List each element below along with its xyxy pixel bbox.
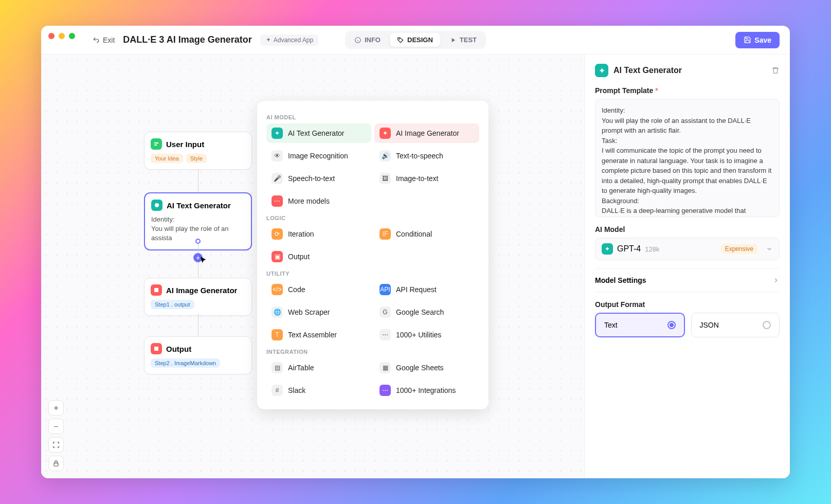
option-label: Text xyxy=(604,321,618,329)
popover-item-gsearch[interactable]: GGoogle Search xyxy=(374,302,479,322)
trash-icon xyxy=(771,66,780,75)
prompt-textarea[interactable]: Identity: You will play the role of an a… xyxy=(595,99,780,217)
edge-handle[interactable] xyxy=(195,239,201,244)
page-title: DALL·E 3 AI Image Generator xyxy=(123,34,251,45)
more-icon: ⋯ xyxy=(380,385,391,396)
popover-section-ai-model: AI MODEL xyxy=(266,114,479,120)
popover-item-more-models[interactable]: ⋯More models xyxy=(266,191,371,211)
flow-canvas[interactable]: User Input Your Idea Style AI Text Gener… xyxy=(41,55,584,478)
popover-item-iteration[interactable]: ⟳Iteration xyxy=(266,224,371,244)
cost-badge: Expensive xyxy=(721,244,757,254)
openai-icon: ✦ xyxy=(602,243,613,255)
zoom-in-button[interactable]: ＋ xyxy=(48,400,64,416)
grid-icon: ⋯ xyxy=(272,195,283,207)
output-icon xyxy=(151,343,162,354)
node-output[interactable]: Output Step2 . ImageMarkdown xyxy=(144,336,252,374)
popover-section-logic: LOGIC xyxy=(266,215,479,221)
edge xyxy=(198,314,198,336)
branch-icon: IF xyxy=(380,228,391,240)
popover-section-integration: INTEGRATION xyxy=(266,349,479,355)
output-option-text[interactable]: Text xyxy=(595,313,685,337)
save-label: Save xyxy=(754,36,771,44)
popover-item-label: Image-to-text xyxy=(396,174,438,183)
close-icon[interactable] xyxy=(48,33,55,39)
save-icon xyxy=(744,36,751,44)
popover-item-assembler[interactable]: TText Assembler xyxy=(266,325,371,345)
output-option-json[interactable]: JSON xyxy=(691,313,780,337)
popover-item-airtable[interactable]: ▤AirTable xyxy=(266,358,371,377)
airtable-icon: ▤ xyxy=(272,362,283,373)
popover-item-stt[interactable]: 🎤Speech-to-text xyxy=(266,169,371,188)
model-settings-row[interactable]: Model Settings xyxy=(595,268,780,292)
traffic-lights xyxy=(48,33,75,39)
view-tabs: INFO DESIGN TEST xyxy=(345,31,486,49)
app-window: Exit DALL·E 3 AI Image Generator Advance… xyxy=(41,26,790,478)
model-name: GPT-4 xyxy=(617,244,641,254)
option-label: JSON xyxy=(700,321,719,329)
popover-item-label: AI Text Generator xyxy=(288,129,344,137)
svg-rect-3 xyxy=(54,463,58,466)
ai-image-icon: ✦ xyxy=(380,128,391,139)
required-star: * xyxy=(655,86,658,95)
chevron-right-icon xyxy=(772,277,780,284)
eye-icon: 👁 xyxy=(272,150,283,161)
tab-info-label: INFO xyxy=(365,36,381,44)
zoom-out-button[interactable]: － xyxy=(48,419,64,434)
slack-icon: # xyxy=(272,385,283,396)
popover-item-conditional[interactable]: IFConditional xyxy=(374,224,479,244)
popover-item-tts[interactable]: 🔊Text-to-speech xyxy=(374,146,479,166)
popover-item-image-recognition[interactable]: 👁Image Recognition xyxy=(266,146,371,166)
code-icon: </> xyxy=(272,284,283,295)
save-button[interactable]: Save xyxy=(735,32,780,48)
popover-item-scraper[interactable]: 🌐Web Scraper xyxy=(266,302,371,322)
popover-item-slack[interactable]: #Slack xyxy=(266,381,371,400)
chevron-down-icon xyxy=(766,245,773,253)
fit-view-button[interactable] xyxy=(48,437,64,453)
popover-item-ai-text[interactable]: ✦AI Text Generator xyxy=(266,123,371,143)
app-body: User Input Your Idea Style AI Text Gener… xyxy=(41,55,790,478)
popover-item-integrations[interactable]: ⋯1000+ Integrations xyxy=(374,381,479,400)
ai-text-icon: ✦ xyxy=(272,128,283,139)
popover-item-label: Google Sheets xyxy=(396,364,444,372)
properties-panel: ✦ AI Text Generator Prompt Template * Id… xyxy=(584,55,790,478)
node-image-generator[interactable]: AI Image Generator Step1 . output xyxy=(144,278,252,316)
ai-image-icon xyxy=(151,284,162,296)
play-icon xyxy=(449,37,457,44)
popover-item-gsheets[interactable]: ▦Google Sheets xyxy=(374,358,479,377)
popover-item-label: Text-to-speech xyxy=(396,152,443,160)
node-title: AI Image Generator xyxy=(166,286,237,295)
popover-item-code[interactable]: </>Code xyxy=(266,280,371,299)
popover-item-api[interactable]: APIAPI Request xyxy=(374,280,479,299)
popover-item-utilities[interactable]: ⋯1000+ Utilities xyxy=(374,325,479,345)
expand-icon xyxy=(52,441,60,448)
node-user-input[interactable]: User Input Your Idea Style xyxy=(144,132,252,170)
mic-icon: 🎤 xyxy=(272,173,283,184)
info-icon xyxy=(354,37,362,44)
tab-design[interactable]: DESIGN xyxy=(390,33,440,47)
popover-item-ai-image[interactable]: ✦AI Image Generator xyxy=(374,123,479,143)
tab-test[interactable]: TEST xyxy=(442,33,484,47)
tab-info[interactable]: INFO xyxy=(347,33,388,47)
maximize-icon[interactable] xyxy=(69,33,75,39)
lock-button[interactable] xyxy=(48,456,64,471)
advanced-badge-label: Advanced App xyxy=(274,37,313,44)
popover-item-label: Output xyxy=(288,253,310,261)
minimize-icon[interactable] xyxy=(59,33,65,39)
node-tag: Style xyxy=(186,154,207,163)
edge xyxy=(198,262,198,278)
text-icon: T xyxy=(272,329,283,340)
prompt-label: Prompt Template * xyxy=(595,86,780,95)
input-icon xyxy=(151,138,162,150)
delete-node-button[interactable] xyxy=(771,66,780,75)
popover-item-itt[interactable]: 🖼Image-to-text xyxy=(374,169,479,188)
model-selector[interactable]: ✦ GPT-4 128k Expensive xyxy=(595,238,780,260)
canvas-controls: ＋ － xyxy=(48,400,64,471)
top-bar: Exit DALL·E 3 AI Image Generator Advance… xyxy=(41,26,790,55)
exit-button[interactable]: Exit xyxy=(93,36,115,44)
loop-icon: ⟳ xyxy=(272,228,283,240)
edge xyxy=(198,170,198,192)
popover-item-output[interactable]: ▣Output xyxy=(266,247,371,266)
tab-design-label: DESIGN xyxy=(407,36,433,44)
radio-off-icon xyxy=(763,321,771,329)
svg-point-2 xyxy=(155,203,159,207)
